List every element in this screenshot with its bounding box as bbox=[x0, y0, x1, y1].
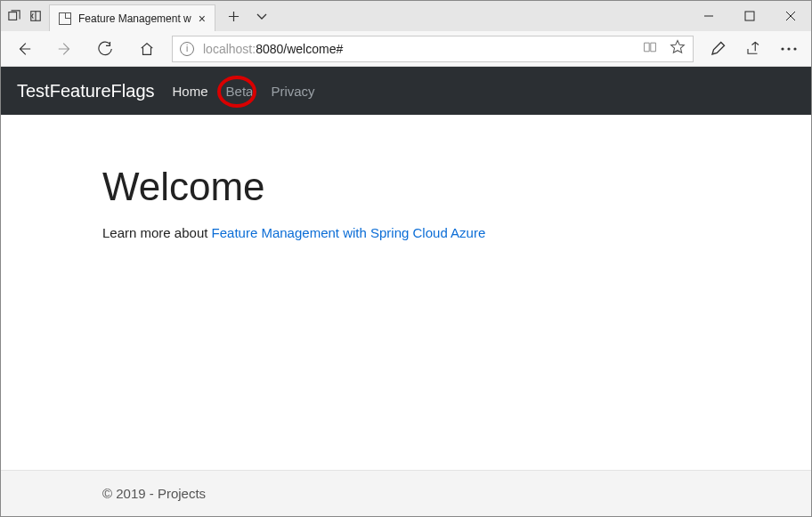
nav-link-beta-label: Beta bbox=[226, 84, 254, 99]
site-info-icon[interactable]: i bbox=[180, 42, 194, 56]
tab-title: Feature Management w bbox=[78, 12, 191, 25]
toolbar-right-icons bbox=[702, 34, 804, 64]
url-text: localhost:8080/welcome# bbox=[203, 42, 343, 56]
notes-icon[interactable] bbox=[702, 34, 733, 64]
share-icon[interactable] bbox=[738, 34, 768, 64]
reading-view-icon[interactable] bbox=[643, 40, 657, 58]
svg-point-4 bbox=[787, 47, 790, 50]
nav-link-privacy[interactable]: Privacy bbox=[271, 84, 314, 99]
svg-point-3 bbox=[781, 47, 784, 50]
forward-button[interactable] bbox=[49, 33, 81, 65]
window-titlebar: Feature Management w × bbox=[1, 1, 811, 31]
home-button[interactable] bbox=[131, 33, 163, 65]
lead-text: Learn more about Feature Management with… bbox=[102, 225, 811, 240]
address-bar-actions bbox=[643, 39, 686, 59]
lead-link[interactable]: Feature Management with Spring Cloud Azu… bbox=[212, 225, 486, 240]
svg-rect-2 bbox=[745, 12, 754, 20]
footer-text: © 2019 - Projects bbox=[102, 486, 206, 501]
nav-link-beta[interactable]: Beta bbox=[226, 84, 254, 99]
site-brand[interactable]: TestFeatureFlags bbox=[17, 81, 155, 101]
close-tab-icon[interactable]: × bbox=[199, 12, 206, 26]
new-tab-icon[interactable] bbox=[228, 10, 240, 26]
browser-toolbar: i localhost:8080/welcome# bbox=[1, 31, 811, 67]
page-content: Welcome Learn more about Feature Managem… bbox=[1, 115, 811, 240]
window-controls bbox=[688, 1, 811, 31]
site-navbar: TestFeatureFlags Home Beta Privacy bbox=[1, 67, 811, 115]
nav-link-home[interactable]: Home bbox=[173, 84, 208, 99]
more-icon[interactable] bbox=[774, 34, 804, 64]
titlebar-left-icons bbox=[1, 1, 49, 31]
page-heading: Welcome bbox=[102, 165, 811, 209]
page-icon bbox=[59, 12, 71, 25]
tabs-aside-icon[interactable] bbox=[8, 10, 20, 22]
tab-preview-icon[interactable] bbox=[29, 10, 42, 22]
back-button[interactable] bbox=[8, 33, 40, 65]
close-window-button[interactable] bbox=[770, 1, 811, 31]
tab-strip-actions bbox=[215, 1, 268, 31]
maximize-button[interactable] bbox=[729, 1, 770, 31]
address-bar[interactable]: i localhost:8080/welcome# bbox=[172, 36, 694, 62]
chevron-down-icon[interactable] bbox=[256, 10, 268, 26]
favorite-icon[interactable] bbox=[670, 39, 686, 59]
refresh-button[interactable] bbox=[90, 33, 122, 65]
svg-rect-0 bbox=[9, 12, 17, 20]
lead-prefix: Learn more about bbox=[102, 225, 212, 240]
url-path: 8080/welcome# bbox=[256, 42, 343, 56]
url-host: localhost: bbox=[203, 42, 256, 56]
browser-tab[interactable]: Feature Management w × bbox=[49, 4, 215, 31]
page-footer: © 2019 - Projects bbox=[1, 470, 811, 516]
svg-point-5 bbox=[793, 47, 796, 50]
minimize-button[interactable] bbox=[688, 1, 729, 31]
